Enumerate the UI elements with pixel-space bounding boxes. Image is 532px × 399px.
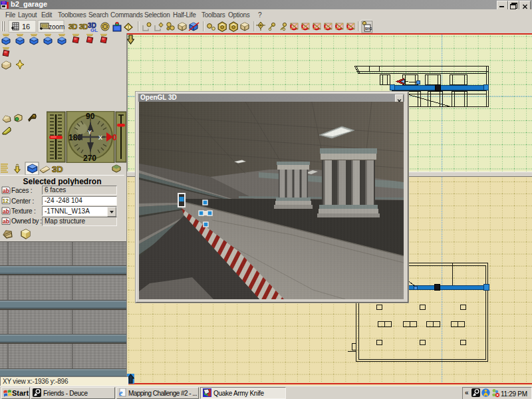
svg-text:ab: ab bbox=[3, 208, 9, 215]
svg-text:3D: 3D bbox=[52, 164, 63, 174]
svg-text:12: 12 bbox=[3, 198, 9, 204]
svg-text:e: e bbox=[119, 388, 123, 397]
svg-text:270: 270 bbox=[83, 154, 96, 163]
svg-text:ab: ab bbox=[3, 218, 9, 225]
svg-text:0: 0 bbox=[112, 133, 117, 142]
svg-text:X: X bbox=[98, 134, 102, 141]
svg-text:90: 90 bbox=[86, 112, 95, 121]
svg-text:ab: ab bbox=[3, 188, 9, 194]
svg-text:Y: Y bbox=[88, 129, 92, 136]
